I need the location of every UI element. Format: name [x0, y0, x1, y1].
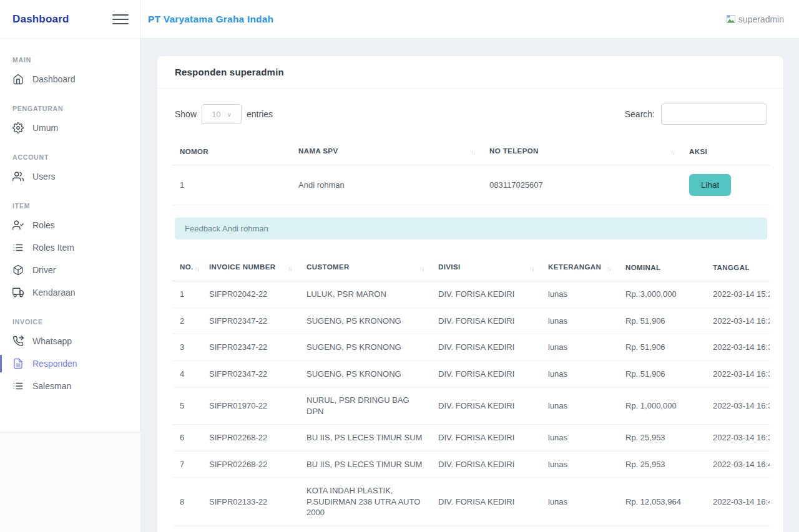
- cell-tanggal: 2022-03-14 16:2: [705, 307, 770, 334]
- invoice-table-wrapper: NO. INVOICE NUMBER CUSTOMER DIVISI KETER…: [172, 257, 770, 532]
- cell-no-telepon: 083117025607: [482, 165, 682, 205]
- search-control: Search:: [625, 104, 767, 125]
- invoice-table-row: 8SIFPR02133-22KOTA INDAH PLASTIK, P.SUDI…: [172, 478, 770, 526]
- cell-keterangan: lunas: [541, 387, 618, 425]
- column-header-divisi[interactable]: DIVISI: [431, 257, 541, 281]
- show-label: Show: [175, 109, 197, 119]
- sidebar-item-roles[interactable]: Roles: [0, 215, 140, 236]
- invoice-table: NO. INVOICE NUMBER CUSTOMER DIVISI KETER…: [172, 257, 770, 532]
- card-header: Responden superadmin: [157, 56, 783, 89]
- sidebar-item-whatsapp[interactable]: Whatsapp: [0, 331, 140, 352]
- sidebar-item-salesman[interactable]: Salesman: [0, 375, 140, 397]
- cell-customer: PUTRI, PSR NIAGA STAND 1: [299, 526, 431, 532]
- sidebar-item-responden[interactable]: Responden: [0, 353, 140, 374]
- sidebar-item-label: Kendaraan: [32, 288, 76, 297]
- list-icon: [12, 242, 24, 253]
- top-header: PT Varyatama Graha Indah superadmin: [140, 0, 799, 39]
- cell-no: 2: [172, 307, 202, 334]
- invoice-table-row: 5SIFPR01970-22NURUL, PSR DRINGU BAG DPND…: [172, 387, 770, 425]
- sidebar-item-label: Users: [32, 172, 56, 181]
- cell-customer: SUGENG, PS KRONONG: [299, 334, 431, 361]
- chevron-down-icon: ∨: [227, 111, 232, 118]
- column-header-customer[interactable]: CUSTOMER: [299, 257, 431, 281]
- cell-tanggal: 2022-03-14 16:3: [705, 334, 770, 361]
- spv-table: NOMOR NAMA SPV NO TELEPON AKSI 1 Andi ro…: [172, 141, 770, 205]
- cell-no: 6: [172, 425, 202, 452]
- sidebar-item-driver[interactable]: Driver: [0, 259, 140, 281]
- column-header-tanggal[interactable]: TANGGAL: [705, 257, 770, 281]
- sort-icon: [471, 149, 474, 156]
- user-check-icon: [12, 220, 24, 231]
- sidebar-item-label: Responden: [32, 359, 77, 369]
- list-icon: [12, 380, 24, 392]
- cell-nominal: Rp. 4,537,521: [618, 526, 705, 532]
- invoice-table-row: 9SIFPR02124-22PUTRI, PSR NIAGA STAND 1DI…: [172, 526, 770, 532]
- cell-keterangan: lunas: [541, 360, 618, 387]
- nav-section-main: MAIN: [0, 47, 140, 67]
- cell-keterangan: lunas: [541, 425, 618, 452]
- sidebar-item-umum[interactable]: Umum: [0, 117, 140, 138]
- sort-icon: [670, 149, 674, 156]
- cell-keterangan: lunas: [541, 451, 618, 478]
- cell-keterangan: lunas: [541, 478, 618, 526]
- sidebar-item-label: Whatsapp: [32, 336, 72, 346]
- sidebar-item-roles-item[interactable]: Roles Item: [0, 237, 140, 258]
- cell-no: 9: [172, 526, 202, 532]
- sidebar-item-kendaraan[interactable]: Kendaraan: [0, 282, 140, 303]
- cell-invoice-number: SIFPR02042-22: [202, 281, 299, 308]
- cell-invoice-number: SIFPR02124-22: [202, 526, 299, 532]
- cell-divisi: DIV. FORISA KEDIRI: [431, 281, 541, 308]
- cell-divisi: DIV. FORISA KEDIRI: [431, 526, 541, 532]
- column-header-nominal[interactable]: NOMINAL: [618, 257, 705, 281]
- cell-nomor: 1: [172, 165, 291, 205]
- sidebar-item-label: Roles: [32, 220, 55, 230]
- hamburger-menu-icon[interactable]: [112, 9, 129, 30]
- cell-keterangan: lunas: [541, 526, 618, 532]
- cell-nominal: Rp. 51,906: [618, 307, 705, 334]
- cell-divisi: DIV. FORISA KEDIRI: [431, 387, 541, 425]
- sidebar-item-dashboard[interactable]: Dashboard: [0, 69, 140, 90]
- users-icon: [12, 171, 24, 182]
- app-logo[interactable]: Dashboard: [12, 13, 69, 26]
- cell-invoice-number: SIFPR02268-22: [202, 425, 299, 452]
- cell-no: 4: [172, 360, 202, 387]
- cell-customer: SUGENG, PS KRONONG: [299, 360, 431, 387]
- cell-divisi: DIV. FORISA KEDIRI: [431, 334, 541, 361]
- lihat-button[interactable]: Lihat: [689, 174, 731, 196]
- sidebar-item-label: Umum: [32, 123, 58, 133]
- sidebar: Dashboard MAIN Dashboard PENGATURAN Umum…: [0, 0, 140, 432]
- cell-tanggal: 2022-03-14 16:3: [705, 425, 770, 452]
- search-input[interactable]: [661, 104, 767, 125]
- column-header-nama-spv[interactable]: NAMA SPV: [291, 141, 482, 165]
- cell-tanggal: 2022-03-14 16:4: [705, 526, 770, 532]
- cell-divisi: DIV. FORISA KEDIRI: [431, 360, 541, 387]
- cell-invoice-number: SIFPR02347-22: [202, 360, 299, 387]
- cell-customer: LULUK, PSR MARON: [299, 281, 431, 308]
- entries-length-control: Show 10 ∨ entries: [175, 104, 273, 124]
- cell-nominal: Rp. 51,906: [618, 334, 705, 361]
- cell-keterangan: lunas: [541, 281, 618, 308]
- cell-divisi: DIV. FORISA KEDIRI: [431, 478, 541, 526]
- cell-no: 1: [172, 281, 202, 308]
- sidebar-item-users[interactable]: Users: [0, 166, 140, 187]
- sidebar-item-label: Salesman: [32, 381, 71, 391]
- invoice-table-row: 4SIFPR02347-22SUGENG, PS KRONONGDIV. FOR…: [172, 360, 770, 387]
- user-menu[interactable]: superadmin: [726, 14, 784, 24]
- cell-nominal: Rp. 25,953: [618, 425, 705, 452]
- sidebar-item-label: Dashboard: [32, 74, 76, 84]
- entries-select[interactable]: 10 ∨: [202, 104, 242, 124]
- column-header-keterangan[interactable]: KETERANGAN: [541, 257, 618, 281]
- card-title: Responden superadmin: [175, 67, 766, 77]
- column-header-invoice-number[interactable]: INVOICE NUMBER: [202, 257, 299, 281]
- file-icon: [12, 358, 24, 369]
- cell-nominal: Rp. 25,953: [618, 451, 705, 478]
- invoice-table-row: 3SIFPR02347-22SUGENG, PS KRONONGDIV. FOR…: [172, 334, 770, 361]
- column-header-no-telepon[interactable]: NO TELEPON: [482, 141, 682, 165]
- invoice-table-row: 6SIFPR02268-22BU IIS, PS LECES TIMUR SUM…: [172, 425, 770, 452]
- company-title[interactable]: PT Varyatama Graha Indah: [148, 14, 273, 25]
- sidebar-column: Dashboard MAIN Dashboard PENGATURAN Umum…: [0, 0, 140, 532]
- invoice-table-row: 1SIFPR02042-22LULUK, PSR MARONDIV. FORIS…: [172, 281, 770, 308]
- column-header-no[interactable]: NO.: [172, 257, 202, 281]
- sidebar-item-label: Roles Item: [32, 243, 74, 253]
- cell-tanggal: 2022-03-14 16:3: [705, 360, 770, 387]
